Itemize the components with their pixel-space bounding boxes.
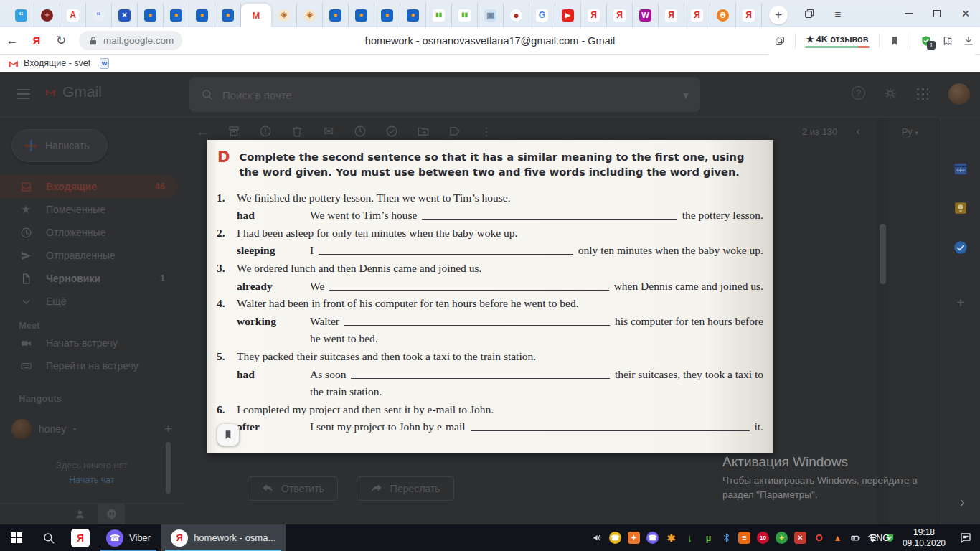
yandex-tab[interactable]: Я — [607, 3, 633, 27]
search-options-caret-icon[interactable]: ▾ — [683, 88, 689, 102]
edu-blue-tab[interactable]: ● — [323, 3, 349, 27]
taskbar-viber[interactable]: ☎ Viber — [96, 524, 161, 551]
yandex-tab[interactable]: Я — [659, 3, 684, 27]
tabs-panel-icon[interactable] — [795, 0, 824, 27]
google-tab[interactable]: G — [529, 3, 555, 27]
downloader-tray-icon[interactable]: ↓ — [684, 532, 696, 544]
utorrent-tray-icon[interactable]: µ — [702, 532, 715, 544]
viber-tray-icon[interactable]: ☎ — [646, 532, 659, 544]
side-panel-chevron-icon[interactable]: › — [960, 494, 965, 510]
edu-blue-tab[interactable]: ● — [189, 3, 215, 27]
green-bars-tab[interactable]: ▮▮ — [426, 3, 452, 27]
help-icon[interactable]: ? — [852, 86, 865, 100]
contacts-tab-icon[interactable] — [66, 504, 93, 524]
taskbar-active-browser[interactable]: Я homework - osma... — [161, 524, 286, 551]
save-image-button[interactable] — [217, 424, 239, 446]
bookmark-inbox[interactable]: Входящие - svetla — [7, 57, 90, 70]
hangouts-contact[interactable]: honey ▾ + — [11, 419, 172, 439]
url-box[interactable]: mail.google.com — [79, 31, 182, 50]
avast-tray-icon[interactable]: ▲ — [831, 532, 844, 544]
green-bars-tab[interactable]: ▮▮ — [452, 3, 478, 27]
new-tab-button[interactable]: + — [769, 6, 788, 24]
sidebar-item-new-meeting[interactable]: Начать встречу — [0, 331, 178, 354]
wheel-tab[interactable]: ✳ — [297, 3, 323, 27]
settings-gear-icon[interactable] — [884, 87, 897, 100]
refresh-icon[interactable]: ↻ — [49, 33, 73, 48]
sidebar-item-inbox[interactable]: Входящие46 — [0, 175, 178, 198]
sidebar-item-sent[interactable]: Отправленные — [0, 244, 178, 267]
opera-tray-icon[interactable]: O — [813, 532, 825, 544]
yandex-home-icon[interactable]: Я — [24, 34, 49, 47]
language-indicator[interactable]: ENG — [863, 533, 897, 543]
wheel-tab[interactable]: ✳ — [271, 3, 297, 27]
close-button[interactable]: × — [951, 0, 980, 27]
photos-tray-icon[interactable]: ✦ — [628, 532, 640, 544]
compose-button[interactable]: Написать — [11, 129, 108, 162]
keep-icon[interactable] — [953, 200, 969, 216]
minimize-button[interactable] — [894, 0, 923, 27]
protect-shield-icon[interactable]: 1 — [920, 34, 933, 47]
calendar-icon[interactable] — [953, 161, 969, 176]
flower-tray-icon[interactable]: ✱ — [665, 532, 677, 544]
start-chat-link[interactable]: Начать чат — [0, 475, 184, 485]
yandex-tab[interactable]: Я — [581, 3, 607, 27]
volume-icon[interactable] — [592, 532, 603, 543]
bookmark-doc[interactable]: W — [100, 58, 109, 69]
mail-x-tab[interactable]: × — [112, 3, 138, 27]
taskbar-clock[interactable]: 19:18 09.10.2020 — [897, 527, 951, 549]
aliexpress-tab[interactable]: A — [60, 3, 86, 27]
shield-red-tray-icon[interactable]: × — [794, 532, 806, 544]
hangouts-tab-icon[interactable] — [98, 504, 125, 524]
edu-blue-tab[interactable]: ● — [215, 3, 241, 27]
photo-tab[interactable]: ▣ — [478, 3, 504, 27]
browser-menu-icon[interactable]: ≡ — [824, 0, 852, 27]
attachment-image[interactable]: D Complete the second sentence so that i… — [207, 140, 773, 453]
blogger-tab[interactable]: Ə — [710, 3, 736, 27]
get-addons-icon[interactable]: + — [956, 295, 965, 311]
restore-button[interactable] — [923, 0, 951, 27]
apps-grid-icon[interactable] — [915, 87, 928, 100]
k10-tray-icon[interactable]: 10 — [757, 532, 769, 544]
gmail-tab[interactable]: M — [241, 4, 271, 27]
main-menu-icon[interactable] — [17, 89, 30, 99]
start-button[interactable] — [0, 524, 33, 551]
plus-green-tray-icon[interactable]: + — [776, 532, 788, 544]
bluetooth-tray-icon[interactable] — [721, 532, 732, 543]
phone-tray-icon[interactable]: ☎ — [609, 532, 621, 544]
sidebar-item-join-meeting[interactable]: Перейти на встречу — [0, 354, 178, 377]
forward-button[interactable]: Переслать — [357, 476, 454, 501]
back-icon[interactable]: ← — [0, 34, 24, 48]
sidebar-item-starred[interactable]: ★Помеченные — [0, 198, 178, 221]
edu-blue-tab[interactable]: ● — [138, 3, 164, 27]
new-chat-plus-icon[interactable]: + — [164, 421, 172, 437]
action-center-icon[interactable] — [951, 532, 980, 545]
tasks-icon[interactable] — [953, 240, 969, 255]
sidebar-scrollbar[interactable] — [166, 442, 171, 494]
sidebar-item-drafts[interactable]: Черновики1 — [0, 267, 178, 290]
edu-blue-tab[interactable]: ● — [349, 3, 374, 27]
java-tray-icon[interactable]: ≡ — [738, 532, 750, 544]
gmail-logo[interactable]: Gmail — [44, 83, 102, 100]
reviews-widget[interactable]: ★4K отзывов — [805, 34, 870, 48]
taskbar-search-icon[interactable] — [33, 524, 65, 551]
red-apple-tab[interactable]: ● — [504, 3, 529, 27]
yandex-tab[interactable]: Я — [684, 3, 710, 27]
account-avatar[interactable] — [948, 83, 970, 105]
chat-tab[interactable]: “ — [9, 3, 34, 27]
power-tray-icon[interactable] — [850, 532, 861, 543]
taskbar-yandex-pin[interactable]: Я — [65, 524, 96, 551]
collections-icon[interactable] — [942, 35, 953, 47]
edu-blue-tab[interactable]: ● — [400, 3, 426, 27]
reply-button[interactable]: Ответить — [248, 476, 338, 501]
sidebar-item-more[interactable]: Ещё — [0, 290, 178, 313]
search-input[interactable] — [222, 89, 674, 101]
youtube-tab[interactable]: ▶ — [555, 3, 581, 27]
messenger-tab[interactable]: “ — [86, 3, 112, 27]
sidebar-item-snoozed[interactable]: Отложенные — [0, 221, 178, 244]
edu-blue-tab[interactable]: ● — [374, 3, 400, 27]
w-badge-tab[interactable]: W — [633, 3, 659, 27]
yandex-tab[interactable]: Я — [736, 3, 762, 27]
add-to-collections-icon[interactable] — [774, 35, 786, 47]
downloads-icon[interactable] — [963, 35, 974, 47]
edu-blue-tab[interactable]: ● — [164, 3, 189, 27]
